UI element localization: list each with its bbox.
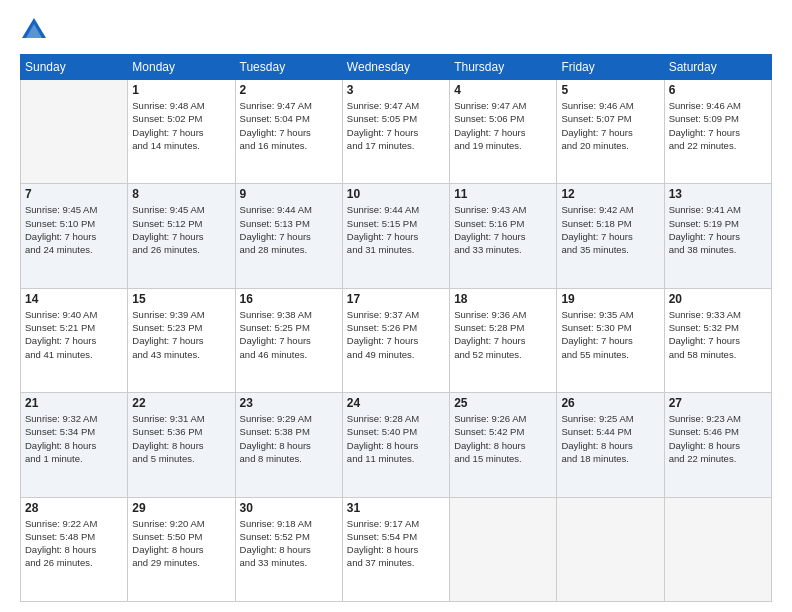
cell-info-line: and 58 minutes. [669,348,767,361]
cell-info-line: Daylight: 7 hours [25,334,123,347]
calendar-cell: 30Sunrise: 9:18 AMSunset: 5:52 PMDayligh… [235,497,342,601]
cell-info-line: Sunset: 5:44 PM [561,425,659,438]
calendar-cell: 25Sunrise: 9:26 AMSunset: 5:42 PMDayligh… [450,393,557,497]
cell-info-line: Sunrise: 9:48 AM [132,99,230,112]
cell-info-line: Daylight: 8 hours [25,439,123,452]
cell-info-line: Daylight: 7 hours [454,230,552,243]
calendar-cell: 6Sunrise: 9:46 AMSunset: 5:09 PMDaylight… [664,80,771,184]
cell-info-line: Sunset: 5:30 PM [561,321,659,334]
cell-info-line: Sunset: 5:09 PM [669,112,767,125]
day-number: 2 [240,83,338,97]
cell-info-line: and 22 minutes. [669,452,767,465]
cell-info-line: Sunset: 5:05 PM [347,112,445,125]
calendar-cell: 15Sunrise: 9:39 AMSunset: 5:23 PMDayligh… [128,288,235,392]
weekday-header: Wednesday [342,55,449,80]
cell-info-line: Sunset: 5:42 PM [454,425,552,438]
calendar-cell: 2Sunrise: 9:47 AMSunset: 5:04 PMDaylight… [235,80,342,184]
cell-info-line: Daylight: 8 hours [25,543,123,556]
cell-info-line: Sunset: 5:16 PM [454,217,552,230]
cell-info-line: Sunset: 5:50 PM [132,530,230,543]
cell-info-line: Sunset: 5:26 PM [347,321,445,334]
cell-info-line: Sunset: 5:36 PM [132,425,230,438]
cell-info-line: and 18 minutes. [561,452,659,465]
calendar-cell: 16Sunrise: 9:38 AMSunset: 5:25 PMDayligh… [235,288,342,392]
calendar-cell: 29Sunrise: 9:20 AMSunset: 5:50 PMDayligh… [128,497,235,601]
day-number: 11 [454,187,552,201]
cell-info-line: and 14 minutes. [132,139,230,152]
day-number: 13 [669,187,767,201]
calendar-cell: 24Sunrise: 9:28 AMSunset: 5:40 PMDayligh… [342,393,449,497]
cell-info-line: Sunrise: 9:18 AM [240,517,338,530]
cell-info-line: Sunrise: 9:44 AM [240,203,338,216]
cell-info-line: Sunset: 5:52 PM [240,530,338,543]
cell-info-line: and 43 minutes. [132,348,230,361]
cell-info-line: Daylight: 7 hours [454,334,552,347]
day-number: 24 [347,396,445,410]
cell-info-line: and 11 minutes. [347,452,445,465]
cell-info-line: and 33 minutes. [240,556,338,569]
cell-info-line: and 22 minutes. [669,139,767,152]
calendar-cell: 17Sunrise: 9:37 AMSunset: 5:26 PMDayligh… [342,288,449,392]
cell-info-line: Daylight: 8 hours [347,543,445,556]
cell-info-line: Sunset: 5:15 PM [347,217,445,230]
calendar-cell: 13Sunrise: 9:41 AMSunset: 5:19 PMDayligh… [664,184,771,288]
cell-info-line: Sunrise: 9:35 AM [561,308,659,321]
cell-info-line: Daylight: 7 hours [132,230,230,243]
cell-info-line: and 24 minutes. [25,243,123,256]
day-number: 18 [454,292,552,306]
page: SundayMondayTuesdayWednesdayThursdayFrid… [0,0,792,612]
cell-info-line: Sunrise: 9:41 AM [669,203,767,216]
cell-info-line: Sunrise: 9:47 AM [347,99,445,112]
calendar-cell: 8Sunrise: 9:45 AMSunset: 5:12 PMDaylight… [128,184,235,288]
weekday-header: Sunday [21,55,128,80]
cell-info-line: Sunset: 5:04 PM [240,112,338,125]
day-number: 5 [561,83,659,97]
cell-info-line: Sunset: 5:23 PM [132,321,230,334]
calendar-cell: 19Sunrise: 9:35 AMSunset: 5:30 PMDayligh… [557,288,664,392]
day-number: 7 [25,187,123,201]
day-number: 6 [669,83,767,97]
day-number: 26 [561,396,659,410]
calendar-cell: 9Sunrise: 9:44 AMSunset: 5:13 PMDaylight… [235,184,342,288]
cell-info-line: Daylight: 7 hours [347,334,445,347]
weekday-header: Saturday [664,55,771,80]
cell-info-line: Sunset: 5:19 PM [669,217,767,230]
cell-info-line: and 26 minutes. [132,243,230,256]
cell-info-line: Sunrise: 9:37 AM [347,308,445,321]
cell-info-line: Sunset: 5:28 PM [454,321,552,334]
day-number: 12 [561,187,659,201]
weekday-header: Friday [557,55,664,80]
cell-info-line: Sunset: 5:38 PM [240,425,338,438]
cell-info-line: Daylight: 8 hours [132,439,230,452]
cell-info-line: Sunrise: 9:31 AM [132,412,230,425]
calendar-cell: 18Sunrise: 9:36 AMSunset: 5:28 PMDayligh… [450,288,557,392]
cell-info-line: Sunrise: 9:17 AM [347,517,445,530]
cell-info-line: Sunrise: 9:40 AM [25,308,123,321]
logo [20,16,52,44]
calendar-cell: 27Sunrise: 9:23 AMSunset: 5:46 PMDayligh… [664,393,771,497]
calendar-table: SundayMondayTuesdayWednesdayThursdayFrid… [20,54,772,602]
calendar-cell: 31Sunrise: 9:17 AMSunset: 5:54 PMDayligh… [342,497,449,601]
cell-info-line: Sunset: 5:12 PM [132,217,230,230]
cell-info-line: and 52 minutes. [454,348,552,361]
cell-info-line: Sunrise: 9:22 AM [25,517,123,530]
cell-info-line: Daylight: 7 hours [132,126,230,139]
cell-info-line: Sunrise: 9:28 AM [347,412,445,425]
cell-info-line: Sunrise: 9:45 AM [25,203,123,216]
calendar-cell: 23Sunrise: 9:29 AMSunset: 5:38 PMDayligh… [235,393,342,497]
logo-icon [20,16,48,44]
calendar-cell: 3Sunrise: 9:47 AMSunset: 5:05 PMDaylight… [342,80,449,184]
day-number: 23 [240,396,338,410]
calendar-cell: 12Sunrise: 9:42 AMSunset: 5:18 PMDayligh… [557,184,664,288]
day-number: 3 [347,83,445,97]
day-number: 17 [347,292,445,306]
cell-info-line: Sunrise: 9:47 AM [454,99,552,112]
cell-info-line: Daylight: 7 hours [240,230,338,243]
calendar-cell: 4Sunrise: 9:47 AMSunset: 5:06 PMDaylight… [450,80,557,184]
day-number: 15 [132,292,230,306]
calendar-cell: 26Sunrise: 9:25 AMSunset: 5:44 PMDayligh… [557,393,664,497]
cell-info-line: Daylight: 8 hours [240,439,338,452]
cell-info-line: Sunset: 5:34 PM [25,425,123,438]
day-number: 16 [240,292,338,306]
cell-info-line: Sunrise: 9:29 AM [240,412,338,425]
